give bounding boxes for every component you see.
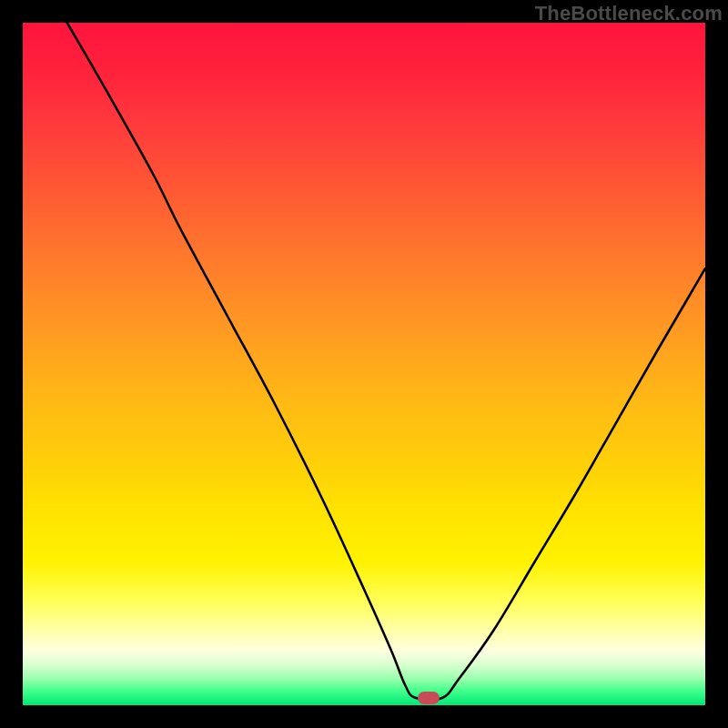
watermark-text: TheBottleneck.com (535, 2, 723, 25)
bottleneck-curve (67, 23, 705, 700)
chart-frame: TheBottleneck.com (0, 0, 728, 728)
optimal-marker (418, 692, 440, 704)
plot-area (23, 23, 705, 705)
curve-layer (23, 23, 705, 705)
